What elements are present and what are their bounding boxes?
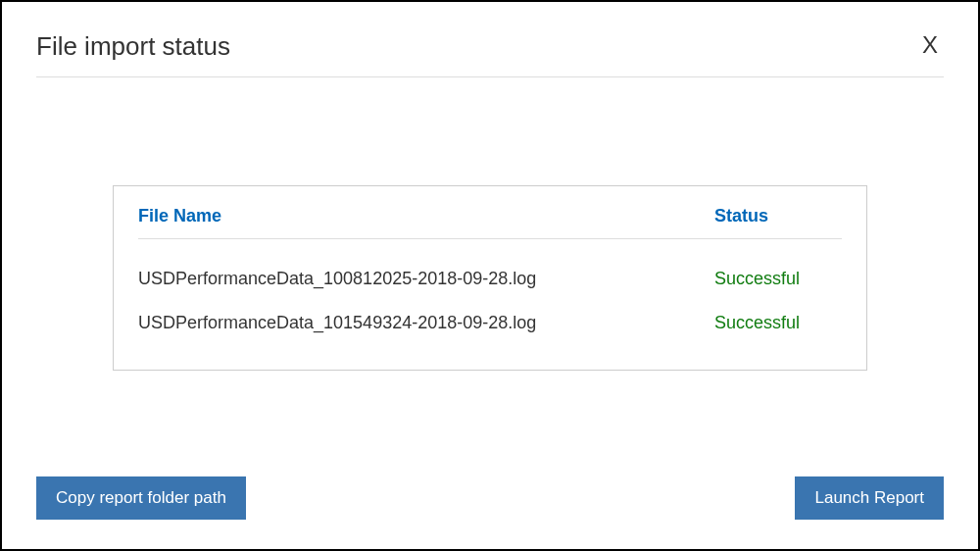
column-header-filename: File Name xyxy=(138,206,714,226)
close-button[interactable]: X xyxy=(916,31,944,59)
file-import-status-dialog: File import status X File Name Status US… xyxy=(2,2,978,549)
dialog-header: File import status X xyxy=(36,31,944,77)
dialog-footer: Copy report folder path Launch Report xyxy=(36,467,944,520)
dialog-title: File import status xyxy=(36,31,230,62)
cell-filename: USDPerformanceData_100812025-2018-09-28.… xyxy=(138,269,714,289)
table-row: USDPerformanceData_101549324-2018-09-28.… xyxy=(138,301,842,345)
file-status-table: File Name Status USDPerformanceData_1008… xyxy=(113,185,867,371)
table-header-row: File Name Status xyxy=(138,206,842,239)
copy-report-folder-path-button[interactable]: Copy report folder path xyxy=(36,476,246,520)
table-row: USDPerformanceData_100812025-2018-09-28.… xyxy=(138,257,842,301)
cell-status: Successful xyxy=(714,269,842,289)
cell-status: Successful xyxy=(714,313,842,333)
dialog-content: File Name Status USDPerformanceData_1008… xyxy=(36,77,944,467)
column-header-status: Status xyxy=(714,206,842,226)
launch-report-button[interactable]: Launch Report xyxy=(795,476,944,520)
cell-filename: USDPerformanceData_101549324-2018-09-28.… xyxy=(138,313,714,333)
